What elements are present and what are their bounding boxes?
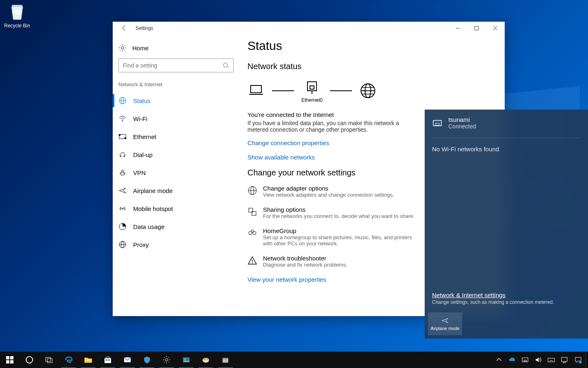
svg-point-6 xyxy=(223,63,227,67)
no-wifi-message: No Wi-Fi networks found xyxy=(425,144,588,154)
adapter-icon xyxy=(303,79,321,96)
laptop-icon xyxy=(247,82,265,99)
nav-ethernet[interactable]: Ethernet xyxy=(118,128,234,146)
svg-rect-55 xyxy=(108,359,110,361)
svg-point-43 xyxy=(252,263,253,263)
vpn-icon xyxy=(118,168,127,177)
airplane-icon xyxy=(118,186,127,195)
svg-point-57 xyxy=(165,359,168,361)
svg-rect-52 xyxy=(47,359,52,363)
search-field[interactable] xyxy=(123,62,223,69)
svg-point-19 xyxy=(125,173,125,174)
nav-status[interactable]: Status xyxy=(118,92,234,110)
svg-rect-17 xyxy=(121,172,124,175)
close-button[interactable] xyxy=(486,22,505,35)
nav-datausage[interactable]: Data usage xyxy=(118,218,234,236)
nav-label: Data usage xyxy=(133,223,165,230)
sharing-options[interactable]: Sharing optionsFor the networks you conn… xyxy=(247,206,419,219)
current-connection[interactable]: tsunami Connected xyxy=(425,110,588,136)
change-adapter-options[interactable]: Change adapter optionsView network adapt… xyxy=(247,185,419,198)
file-explorer-button[interactable] xyxy=(78,352,98,368)
svg-rect-49 xyxy=(10,360,13,364)
svg-point-5 xyxy=(121,47,124,49)
svg-rect-68 xyxy=(548,358,555,362)
svg-rect-53 xyxy=(105,358,111,363)
tray-expand-button[interactable] xyxy=(492,352,506,368)
row-title: Network troubleshooter xyxy=(263,255,347,262)
svg-line-7 xyxy=(227,67,229,68)
cortana-button[interactable] xyxy=(20,352,39,368)
row-desc: Set up a homegroup to share pictures, mu… xyxy=(263,234,419,247)
homegroup[interactable]: HomeGroupSet up a homegroup to share pic… xyxy=(247,227,419,247)
show-desktop-button[interactable] xyxy=(586,352,588,368)
app-button[interactable] xyxy=(216,352,235,368)
svg-rect-74 xyxy=(561,357,567,361)
search-input[interactable] xyxy=(118,58,234,72)
nav-vpn[interactable]: VPN xyxy=(118,164,234,182)
keyboard-tray-icon[interactable] xyxy=(545,352,558,368)
svg-rect-51 xyxy=(46,357,51,361)
divider xyxy=(432,138,581,138)
recycle-bin[interactable]: Recycle Bin xyxy=(2,2,33,29)
back-button[interactable] xyxy=(118,22,130,34)
troubleshooter-icon xyxy=(247,256,257,265)
connected-desc: If you have a limited data plan, you can… xyxy=(247,120,419,133)
svg-rect-14 xyxy=(125,137,126,139)
nav-label: Ethernet xyxy=(133,133,156,140)
wifi-icon xyxy=(118,114,127,123)
sharing-icon xyxy=(247,207,257,217)
action-center-button[interactable]: 1 xyxy=(571,352,586,368)
settings-taskbar-button[interactable] xyxy=(157,352,176,368)
svg-rect-45 xyxy=(436,123,439,125)
svg-point-41 xyxy=(251,230,254,232)
input-tray-icon[interactable] xyxy=(558,352,571,368)
internet-icon xyxy=(359,82,376,99)
paint-button[interactable] xyxy=(196,352,216,368)
svg-rect-2 xyxy=(475,27,479,30)
volume-tray-icon[interactable] xyxy=(532,352,545,368)
svg-point-61 xyxy=(204,359,205,360)
mail-button[interactable] xyxy=(118,352,137,368)
svg-rect-46 xyxy=(6,356,9,359)
ethernet-icon xyxy=(118,132,127,141)
connection-state: Connected xyxy=(448,123,476,130)
dialup-icon xyxy=(118,150,127,159)
row-title: Sharing options xyxy=(263,206,414,213)
maximize-button[interactable] xyxy=(467,22,486,35)
airplane-mode-tile[interactable]: Airplane mode xyxy=(428,312,462,335)
svg-point-11 xyxy=(122,121,123,121)
home-label: Home xyxy=(132,45,149,52)
store-button[interactable] xyxy=(98,352,118,368)
svg-rect-48 xyxy=(6,360,9,364)
nav-hotspot[interactable]: Mobile hotspot xyxy=(118,200,234,218)
nav-dialup[interactable]: Dial-up xyxy=(118,146,234,164)
nav-airplane[interactable]: Airplane mode xyxy=(118,182,234,200)
task-view-button[interactable] xyxy=(39,352,59,368)
photos-button[interactable] xyxy=(176,352,196,368)
nav-label: Dial-up xyxy=(133,151,153,158)
nav-label: Wi-Fi xyxy=(133,115,147,122)
start-button[interactable] xyxy=(0,352,20,368)
globe-icon xyxy=(118,96,127,105)
airplane-icon xyxy=(441,317,449,324)
defender-button[interactable] xyxy=(137,352,157,368)
row-title: Change adapter options xyxy=(263,185,394,192)
row-title: HomeGroup xyxy=(263,227,419,234)
edge-button[interactable] xyxy=(59,352,78,368)
svg-point-20 xyxy=(122,208,123,209)
network-troubleshooter[interactable]: Network troubleshooterDiagnose and fix n… xyxy=(247,255,419,268)
recycle-bin-icon xyxy=(7,2,27,21)
network-flyout: tsunami Connected No Wi-Fi networks foun… xyxy=(425,110,588,339)
row-desc: View network adapters and change connect… xyxy=(263,192,394,198)
nav-wifi[interactable]: Wi-Fi xyxy=(118,110,234,128)
nav-proxy[interactable]: Proxy xyxy=(118,236,234,254)
home-button[interactable]: Home xyxy=(118,40,234,58)
network-tray-icon[interactable] xyxy=(519,352,532,368)
nav-label: Mobile hotspot xyxy=(133,205,173,212)
network-diagram: Ethernet0 xyxy=(247,79,495,103)
network-settings-link[interactable]: Network & Internet settings xyxy=(432,292,581,298)
svg-point-59 xyxy=(185,359,186,360)
recycle-bin-label: Recycle Bin xyxy=(4,23,30,29)
onedrive-tray-icon[interactable] xyxy=(506,352,519,368)
minimize-button[interactable] xyxy=(448,22,467,35)
